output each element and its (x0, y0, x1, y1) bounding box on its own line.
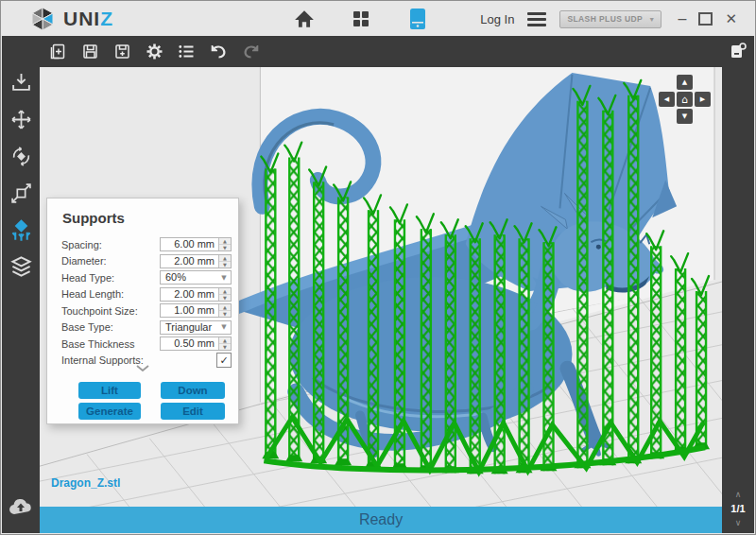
uniz-logo-icon (28, 6, 57, 32)
uniz-logo: UNIZ (28, 6, 113, 32)
titlebar-nav (293, 2, 429, 36)
down-button[interactable]: Down (161, 382, 225, 399)
spinner-down-icon: ▼ (219, 311, 231, 317)
status-bar: Ready (40, 507, 722, 533)
lift-button[interactable]: Lift (78, 382, 141, 399)
redo-icon[interactable] (240, 42, 261, 62)
base-type-dropdown[interactable]: Triangular ▼ (160, 320, 232, 335)
title-bar: UNIZ Log In (2, 2, 754, 37)
pan-down-button[interactable]: ▼ (677, 109, 693, 124)
field-base-thickness: Base Thickness 0.50 mm ▲▼ (61, 336, 232, 353)
left-tool-sidebar (2, 36, 40, 533)
field-head-type: Head Type: 60% ▼ (61, 269, 232, 286)
chevron-down-icon: ▼ (217, 321, 231, 334)
field-spacing: Spacing: 6.00 mm ▲▼ (61, 236, 232, 253)
pager-up-icon[interactable]: ∧ (722, 488, 754, 501)
chevron-down-icon: ▼ (217, 271, 231, 284)
apps-grid-icon[interactable] (350, 8, 372, 30)
camera-nav-pad: ▲ ◀ ⌂ ▶ ▼ (659, 75, 711, 124)
right-side-panel: ∧ 1/1 ∨ (722, 36, 754, 533)
menu-icon[interactable] (525, 10, 548, 28)
pager-label: 1/1 (722, 501, 754, 516)
generate-button[interactable]: Generate (78, 403, 141, 420)
move-tool-icon[interactable] (7, 107, 35, 131)
home-icon[interactable] (293, 8, 316, 30)
touchpoint-spinner[interactable]: ▲▼ (218, 304, 231, 317)
panel-collapse-chevron-icon[interactable] (47, 365, 238, 371)
supports-panel: Supports Spacing: 6.00 mm ▲▼ Diameter: 2… (46, 198, 239, 424)
slice-layers-icon[interactable] (7, 254, 35, 279)
spinner-down-icon: ▼ (219, 245, 231, 250)
spinner-up-icon: ▲ (219, 337, 231, 344)
pan-right-button[interactable]: ▶ (695, 92, 711, 107)
field-base-type: Base Type: Triangular ▼ (61, 319, 232, 337)
edit-button[interactable]: Edit (161, 403, 225, 420)
touchpoint-size-input[interactable]: 1.00 mm ▲▼ (160, 303, 232, 318)
pager-down-icon[interactable]: ∨ (722, 516, 754, 529)
head-length-input[interactable]: 2.00 mm ▲▼ (160, 287, 232, 302)
chevron-down-icon: ▼ (648, 11, 655, 27)
pan-up-button[interactable]: ▲ (677, 75, 693, 90)
close-button[interactable]: ✕ (725, 10, 737, 27)
app-window: UNIZ Log In (0, 0, 756, 535)
spinner-up-icon: ▲ (219, 288, 231, 295)
field-head-length: Head Length: 2.00 mm ▲▼ (61, 286, 232, 303)
spacing-input[interactable]: 6.00 mm ▲▼ (160, 237, 232, 251)
spinner-up-icon: ▲ (219, 255, 231, 262)
diameter-spinner[interactable]: ▲▼ (218, 255, 231, 268)
head-length-spinner[interactable]: ▲▼ (218, 288, 231, 301)
device-status-icon[interactable] (728, 41, 748, 65)
spinner-down-icon: ▼ (219, 344, 231, 350)
base-thickness-spinner[interactable]: ▲▼ (218, 337, 231, 350)
printer-model-value: SLASH PLUS UDP (567, 11, 643, 27)
settings-gear-icon[interactable] (144, 42, 164, 62)
add-file-icon[interactable] (47, 42, 68, 62)
spinner-down-icon: ▼ (219, 295, 231, 301)
build-list-icon[interactable] (176, 42, 197, 62)
minimize-button[interactable]: – (679, 14, 687, 24)
viewport-3d[interactable]: ▲ ◀ ⌂ ▶ ▼ Supports Spacing: 6.00 mm ▲▼ D… (40, 67, 722, 507)
printer-tab-icon[interactable] (406, 8, 429, 30)
status-text: Ready (359, 511, 403, 528)
supports-tool-icon[interactable] (7, 217, 35, 242)
spinner-down-icon: ▼ (219, 262, 231, 268)
rotate-tool-icon[interactable] (7, 144, 35, 168)
save-as-icon[interactable] (112, 42, 132, 62)
model-file-label: Dragon_Z.stl (51, 476, 120, 490)
window-controls: – ✕ (679, 10, 737, 27)
base-thickness-input[interactable]: 0.50 mm ▲▼ (160, 337, 232, 351)
head-type-dropdown[interactable]: 60% ▼ (160, 270, 232, 285)
scale-tool-icon[interactable] (7, 181, 35, 205)
main-toolbar (2, 36, 754, 67)
maximize-button[interactable] (698, 12, 713, 26)
view-home-button[interactable]: ⌂ (677, 92, 693, 107)
plate-pager: ∧ 1/1 ∨ (722, 488, 754, 529)
pan-left-button[interactable]: ◀ (659, 92, 675, 107)
field-diameter: Diameter: 2.00 mm ▲▼ (61, 253, 232, 270)
log-in-button[interactable]: Log In (480, 12, 514, 26)
titlebar-right: Log In SLASH PLUS UDP ▼ – ✕ (480, 2, 737, 36)
save-icon[interactable] (79, 42, 100, 62)
spinner-up-icon: ▲ (219, 304, 231, 311)
undo-icon[interactable] (208, 42, 229, 62)
field-touchpoint-size: Touchpoint Size: 1.00 mm ▲▼ (61, 302, 232, 319)
spinner-up-icon: ▲ (219, 238, 231, 245)
brand-wordmark: UNIZ (63, 8, 113, 30)
spacing-spinner[interactable]: ▲▼ (218, 238, 231, 250)
supports-panel-title: Supports (62, 210, 125, 226)
import-model-icon[interactable] (7, 70, 35, 95)
cloud-upload-icon[interactable] (2, 497, 40, 516)
diameter-input[interactable]: 2.00 mm ▲▼ (160, 254, 232, 268)
printer-model-dropdown[interactable]: SLASH PLUS UDP ▼ (559, 10, 661, 28)
